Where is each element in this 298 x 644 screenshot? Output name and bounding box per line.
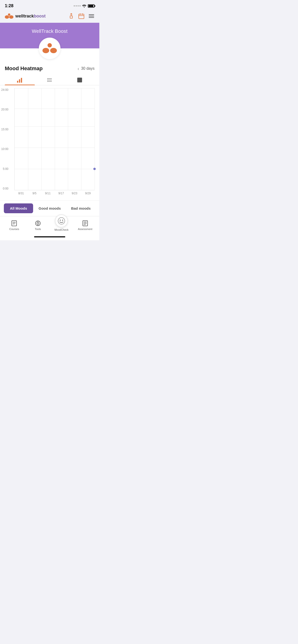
nav-assessment[interactable]: Assessment [73,220,97,230]
nav-tools[interactable]: Tools [26,220,50,230]
y-label-2000: 20:00 [1,108,9,111]
heatmap-header: Mood Heatmap ‹ 30 days [0,62,99,74]
tools-label: Tools [35,228,41,230]
main-content: Mood Heatmap ‹ 30 days [0,48,99,240]
tab-list[interactable] [35,74,65,85]
svg-point-2 [9,15,14,19]
y-axis-labels: 24:00 20:00 15:00 10:00 5:00 0:00 [1,88,9,190]
data-point [93,168,96,170]
courses-label: Courses [9,228,19,230]
svg-point-12 [43,48,49,53]
status-icons [74,4,95,8]
heatmap-title: Mood Heatmap [5,66,43,72]
svg-point-22 [47,81,48,82]
x-label-831: 8/31 [14,192,28,195]
wifi-icon [82,4,86,8]
svg-rect-14 [17,81,18,83]
assessment-label: Assessment [78,228,92,230]
svg-rect-16 [21,78,22,83]
x-label-917: 9/17 [54,192,68,195]
list-icon [47,78,52,83]
svg-point-11 [48,43,52,48]
y-label-500: 5:00 [1,167,9,170]
period-label: 30 days [81,66,95,71]
filter-good-moods[interactable]: Good moods [35,204,64,213]
x-label-911: 9/11 [41,192,54,195]
home-indicator [0,233,99,240]
chart-inner: 24:00 20:00 15:00 10:00 5:00 0:00 [14,88,95,198]
x-label-929: 9/29 [81,192,95,195]
svg-rect-4 [79,14,84,19]
grid-v-4 [68,88,68,190]
grid-v-2 [41,88,42,190]
svg-point-33 [58,218,65,224]
share-icon[interactable] [68,13,74,19]
x-label-95: 9/5 [28,192,41,195]
svg-rect-36 [83,221,88,226]
svg-point-1 [5,15,9,19]
period-selector: ‹ 30 days [77,66,95,72]
avatar [39,38,60,59]
courses-icon [11,220,18,227]
chart-grid [14,88,95,190]
svg-point-20 [47,78,48,79]
svg-point-0 [8,14,10,16]
grid-v-1 [28,88,28,190]
assessment-icon [82,220,89,227]
y-label-2400: 24:00 [1,88,9,92]
filter-bad-moods[interactable]: Bad moods [66,204,95,213]
chart-container: 24:00 20:00 15:00 10:00 5:00 0:00 [0,85,99,200]
nav-logo: welltrackboost [5,13,46,20]
grid-v-3 [55,88,55,190]
bottom-nav: Courses Tools MoodCheck [0,216,99,233]
filter-all-moods[interactable]: All Moods [4,204,33,213]
filter-tabs: All Moods Good moods Bad moods [0,200,99,216]
status-bar: 1:28 [0,0,99,10]
moodcheck-button[interactable] [55,214,68,227]
y-label-1500: 15:00 [1,128,9,131]
moodcheck-icon [58,217,65,225]
avatar-logo-icon [43,42,57,54]
svg-point-34 [60,220,61,221]
grid-v-5 [81,88,81,190]
nav-moodcheck[interactable]: MoodCheck [50,219,73,231]
home-bar [34,236,65,238]
y-label-1000: 10:00 [1,147,9,151]
nav-actions [68,13,95,19]
nav-courses[interactable]: Courses [3,220,26,230]
menu-icon[interactable] [88,13,95,19]
moodcheck-label: MoodCheck [54,228,69,231]
logo-butterfly-icon [5,13,14,20]
hero-title: WellTrack Boost [32,28,68,34]
svg-point-21 [47,80,48,80]
tile-icon [77,78,82,83]
battery-icon [88,4,95,8]
svg-point-13 [50,48,57,53]
x-label-923: 9/23 [68,192,81,195]
nav-bar: welltrackboost [0,10,99,23]
svg-rect-15 [19,79,20,83]
tab-tile[interactable] [65,74,95,85]
tab-chart[interactable] [5,74,35,85]
svg-rect-25 [12,221,17,226]
hero-banner: WellTrack Boost [0,23,99,48]
svg-rect-24 [78,78,79,80]
x-axis-labels: 8/31 9/5 9/11 9/17 9/23 9/29 [14,190,95,195]
logo-text: welltrackboost [15,14,46,19]
signal-dots-icon [74,5,81,6]
calendar-icon[interactable] [78,13,84,19]
chart-bar-icon [17,78,23,83]
y-label-000: 0:00 [1,187,9,190]
tools-icon [35,220,41,227]
svg-point-30 [37,222,39,224]
status-time: 1:28 [5,3,14,8]
svg-point-35 [62,220,63,221]
period-chevron-left-icon[interactable]: ‹ [77,66,79,72]
tab-bar [0,74,99,85]
